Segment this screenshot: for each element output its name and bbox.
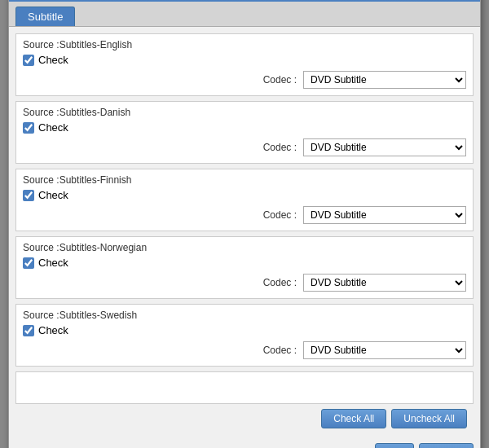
source-label-norwegian: Source :Subtitles-Norwegian <box>23 242 466 253</box>
source-label-finnish: Source :Subtitles-Finnish <box>23 174 466 186</box>
tab-bar: Subtitle <box>9 2 480 27</box>
check-row-norwegian: Check <box>23 257 466 269</box>
subtitle-row-swedish: Source :Subtitles-Swedish Check Codec : … <box>15 304 474 367</box>
check-checkbox-norwegian[interactable] <box>23 257 34 269</box>
check-label-swedish: Check <box>38 324 68 336</box>
codec-select-swedish[interactable]: DVD SubtitleSRTASS/SSAVobSub <box>303 341 466 359</box>
check-checkbox-english[interactable] <box>23 55 34 66</box>
check-row-finnish: Check <box>23 189 466 201</box>
action-row: Check All Uncheck All <box>15 409 474 432</box>
cancel-button[interactable]: Cancel <box>419 443 474 448</box>
source-label-swedish: Source :Subtitles-Swedish <box>23 310 466 321</box>
check-checkbox-danish[interactable] <box>23 122 34 134</box>
check-label-finnish: Check <box>38 189 68 201</box>
check-checkbox-finnish[interactable] <box>23 190 34 201</box>
subtitle-row-danish: Source :Subtitles-Danish Check Codec : D… <box>15 101 474 164</box>
codec-row-swedish: Codec : DVD SubtitleSRTASS/SSAVobSub <box>23 341 466 359</box>
codec-label-english: Codec : <box>263 74 297 86</box>
source-label-english: Source :Subtitles-English <box>23 39 466 51</box>
subtitle-row-finnish: Source :Subtitles-Finnish Check Codec : … <box>15 169 474 231</box>
tab-subtitle[interactable]: Subtitle <box>15 7 75 26</box>
check-label-english: Check <box>38 54 68 66</box>
content-area: Source :Subtitles-English Check Codec : … <box>9 27 480 438</box>
check-label-danish: Check <box>38 121 68 134</box>
codec-label-swedish: Codec : <box>263 345 297 356</box>
codec-select-norwegian[interactable]: DVD SubtitleSRTASS/SSAVobSub <box>303 274 466 292</box>
codec-select-finnish[interactable]: DVD SubtitleSRTASS/SSAVobSub <box>303 206 466 224</box>
check-label-norwegian: Check <box>38 257 68 269</box>
codec-row-norwegian: Codec : DVD SubtitleSRTASS/SSAVobSub <box>23 274 466 292</box>
check-row-danish: Check <box>23 121 466 134</box>
check-row-swedish: Check <box>23 324 466 336</box>
codec-row-english: Codec : DVD SubtitleSRTASS/SSAVobSub <box>23 71 466 89</box>
spacer-row <box>15 371 474 404</box>
codec-select-danish[interactable]: DVD SubtitleSRTASS/SSAVobSub <box>303 138 466 156</box>
ok-button[interactable]: OK <box>375 443 413 448</box>
codec-row-finnish: Codec : DVD SubtitleSRTASS/SSAVobSub <box>23 206 466 224</box>
dialog-bottom-buttons: OK Cancel <box>9 438 480 448</box>
check-row-english: Check <box>23 54 466 66</box>
check-checkbox-swedish[interactable] <box>23 325 34 336</box>
subtitle-row-norwegian: Source :Subtitles-Norwegian Check Codec … <box>15 236 474 299</box>
uncheck-all-button[interactable]: Uncheck All <box>391 409 467 428</box>
source-label-danish: Source :Subtitles-Danish <box>23 107 466 118</box>
codec-label-danish: Codec : <box>263 142 297 153</box>
multi-task-settings-dialog: M Multi-task Settings × Subtitle Source … <box>8 0 481 448</box>
codec-select-english[interactable]: DVD SubtitleSRTASS/SSAVobSub <box>303 71 466 89</box>
codec-row-danish: Codec : DVD SubtitleSRTASS/SSAVobSub <box>23 138 466 156</box>
check-all-button[interactable]: Check All <box>321 409 386 428</box>
subtitle-row-english: Source :Subtitles-English Check Codec : … <box>15 33 474 96</box>
codec-label-norwegian: Codec : <box>263 277 297 288</box>
codec-label-finnish: Codec : <box>263 209 297 221</box>
